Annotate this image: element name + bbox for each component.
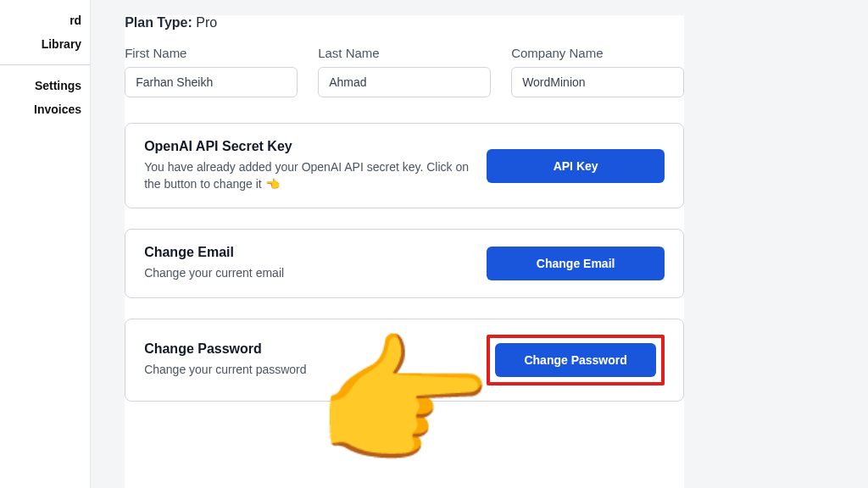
field-company-name: Company Name [511, 46, 684, 97]
plan-type-label: Plan Type: [125, 15, 192, 30]
change-password-desc: Change your current password [144, 362, 470, 379]
change-password-title: Change Password [144, 341, 470, 357]
sidebar-item-library[interactable]: Library [0, 32, 90, 56]
sidebar-item-settings[interactable]: Settings [0, 74, 90, 97]
plan-type-value: Pro [196, 15, 217, 30]
content: Plan Type: Pro First Name Last Name Comp… [125, 15, 684, 488]
api-key-desc: You have already added your OpenAI API s… [144, 159, 470, 192]
highlight-box: Change Password [487, 335, 665, 385]
field-last-name: Last Name [318, 46, 491, 97]
sidebar-item-rd[interactable]: rd [0, 8, 90, 32]
change-email-desc: Change your current email [144, 265, 470, 282]
point-left-icon: 👈 [265, 177, 280, 191]
api-key-button[interactable]: API Key [487, 149, 665, 183]
sidebar-divider [0, 64, 90, 65]
change-email-button[interactable]: Change Email [487, 247, 665, 280]
api-key-desc-text: You have already added your OpenAI API s… [144, 160, 469, 191]
first-name-input[interactable] [125, 67, 298, 97]
card-api-key: OpenAI API Secret Key You have already a… [125, 123, 684, 208]
plan-type-row: Plan Type: Pro [125, 15, 684, 30]
profile-fields: First Name Last Name Company Name [125, 46, 684, 97]
content-wrap: Plan Type: Pro First Name Last Name Comp… [91, 0, 718, 488]
company-name-label: Company Name [511, 46, 684, 60]
api-key-title: OpenAI API Secret Key [144, 139, 470, 154]
card-change-password: Change Password Change your current pass… [125, 319, 684, 402]
sidebar: rd Library Settings Invoices [0, 0, 91, 488]
change-email-title: Change Email [144, 245, 470, 260]
right-gap [718, 0, 868, 488]
company-name-input[interactable] [511, 67, 684, 97]
last-name-input[interactable] [318, 67, 491, 97]
change-password-button[interactable]: Change Password [495, 343, 656, 377]
last-name-label: Last Name [318, 46, 491, 60]
card-change-email: Change Email Change your current email C… [125, 229, 684, 298]
first-name-label: First Name [125, 46, 298, 60]
field-first-name: First Name [125, 46, 298, 97]
sidebar-item-invoices[interactable]: Invoices [0, 97, 90, 121]
